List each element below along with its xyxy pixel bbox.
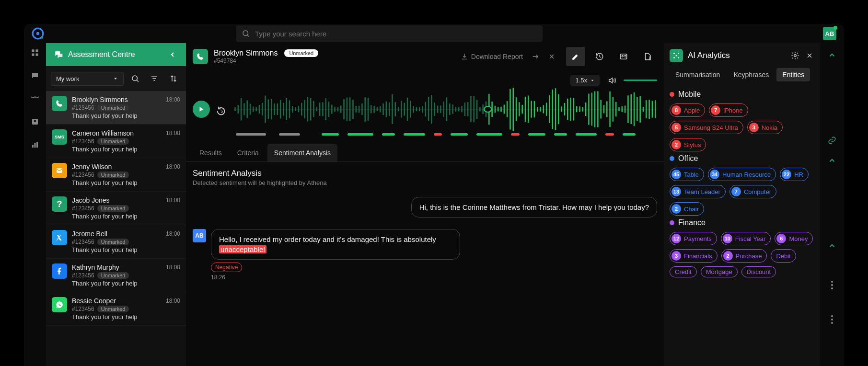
entity-chip[interactable]: 8Apple <box>670 103 705 117</box>
nav-contacts-icon[interactable] <box>29 116 41 127</box>
user-avatar[interactable]: AB <box>823 27 836 40</box>
chevron-down-icon <box>590 78 595 83</box>
entity-chip[interactable]: 34Human Resource <box>708 168 776 181</box>
chip-label: Purchase <box>736 252 762 260</box>
entity-chip[interactable]: 3Financials <box>670 249 718 263</box>
sidebar-filter-button[interactable] <box>147 71 162 86</box>
section-dot-icon <box>670 220 674 225</box>
app-logo[interactable] <box>32 27 44 40</box>
entity-chip[interactable]: 2Purchase <box>721 249 767 263</box>
entity-chip[interactable]: Mortgage <box>701 266 738 277</box>
item-name: Bessie Cooper <box>72 297 116 305</box>
nav-rail <box>24 43 46 366</box>
list-item[interactable]: SMS Cameron Williamson18:00 #123456Unmar… <box>46 125 186 158</box>
ai-tab-entities[interactable]: Entities <box>776 68 810 81</box>
item-id: #123456 <box>72 239 94 245</box>
volume-slider[interactable] <box>624 80 657 81</box>
chip-label: Credit <box>675 268 692 275</box>
ai-analytics-panel: AI Analytics SummarisationKeyphrasesEnti… <box>664 43 820 366</box>
item-status: Unmarked <box>97 172 129 178</box>
link-icon[interactable] <box>826 134 838 147</box>
entity-chip[interactable]: 2Chair <box>670 202 704 216</box>
entity-chip[interactable]: Debit <box>771 249 796 263</box>
svg-point-179 <box>831 287 833 289</box>
svg-rect-13 <box>36 142 38 148</box>
entity-chip[interactable]: 3Nokia <box>747 121 783 134</box>
chip-count: 12 <box>671 234 681 243</box>
list-item[interactable]: Bessie Cooper18:00 #123456Unmarked Thank… <box>46 292 186 326</box>
item-id: #123456 <box>72 272 94 279</box>
contact-card-button[interactable] <box>614 47 633 66</box>
item-id: #123456 <box>72 306 94 312</box>
skip-back-button[interactable]: 5 <box>217 105 227 114</box>
tab-criteria[interactable]: Criteria <box>231 144 266 161</box>
sidebar-title: Assessment Centre <box>68 50 162 59</box>
list-item[interactable]: Jerome Bell18:00 #123456Unmarked Thank y… <box>46 225 186 259</box>
item-id: #123456 <box>72 172 94 178</box>
nav-chat-icon[interactable] <box>29 70 41 81</box>
entity-chip[interactable]: Credit <box>670 266 697 277</box>
entity-section-title: Finance <box>678 218 706 227</box>
ai-close-button[interactable] <box>805 51 814 60</box>
tab-results[interactable]: Results <box>193 144 229 161</box>
history-button[interactable] <box>590 47 609 66</box>
download-report-button[interactable]: Download Report <box>461 53 523 60</box>
close-button[interactable] <box>548 53 556 60</box>
list-item[interactable]: Kathryn Murphy18:00 #123456Unmarked Than… <box>46 259 186 292</box>
ai-tab-summarisation[interactable]: Summarisation <box>670 68 726 81</box>
chip-count: 5 <box>671 123 681 132</box>
playback-speed-dropdown[interactable]: 1.5x <box>570 75 600 86</box>
export-button[interactable] <box>638 47 657 66</box>
collapse-button[interactable] <box>532 53 539 60</box>
chip-count: 2 <box>671 204 681 214</box>
svg-point-170 <box>678 53 679 54</box>
search-input[interactable] <box>255 30 537 38</box>
sms-icon: SMS <box>52 129 67 145</box>
entity-chip[interactable]: 6Money <box>775 232 813 245</box>
entity-chip[interactable]: 45Table <box>670 168 704 181</box>
nav-reports-icon[interactable] <box>29 139 41 150</box>
item-name: Kathryn Murphy <box>72 263 119 271</box>
expand-up-icon[interactable] <box>826 49 838 61</box>
list-item[interactable]: Brooklyn Simmons18:00 #123456Unmarked Th… <box>46 91 186 125</box>
waveform[interactable] <box>234 88 657 131</box>
entity-chip[interactable]: 7Computer <box>729 185 776 198</box>
sidebar-collapse-button[interactable] <box>167 49 178 60</box>
svg-point-173 <box>676 55 677 57</box>
status-pill: Unmarked <box>284 49 318 57</box>
svg-point-2 <box>41 37 43 39</box>
entity-chip[interactable]: 5Samsung S24 Ultra <box>670 121 743 134</box>
expand-up-icon-2[interactable] <box>826 154 838 167</box>
ai-settings-button[interactable] <box>790 51 800 60</box>
list-item[interactable]: Jenny Wilson18:00 #123456Unmarked Thank … <box>46 158 186 192</box>
ai-tab-keyphrases[interactable]: Keyphrases <box>728 68 775 81</box>
play-button[interactable] <box>193 101 210 118</box>
chip-label: Fiscal Year <box>735 235 766 242</box>
item-time: 18:00 <box>166 163 180 170</box>
entity-chip[interactable]: 2Stylus <box>670 138 706 151</box>
list-item[interactable]: ? Jacob Jones18:00 #123456Unmarked Thank… <box>46 192 186 225</box>
entity-chip[interactable]: 13Team Leader <box>670 185 726 198</box>
nav-dashboard-icon[interactable] <box>29 47 41 58</box>
chat-bubbles-icon <box>54 50 63 59</box>
edit-button[interactable] <box>566 47 585 66</box>
more-icon[interactable] <box>826 279 838 291</box>
nav-mask-icon[interactable] <box>29 93 41 104</box>
sidebar-search-button[interactable] <box>127 71 143 86</box>
item-name: Brooklyn Simmons <box>72 96 128 103</box>
more-icon-2[interactable] <box>826 313 838 326</box>
entity-chip[interactable]: 12Payments <box>670 232 717 245</box>
entity-chip[interactable]: Discount <box>741 266 776 277</box>
chip-count: 2 <box>723 251 733 261</box>
tab-sentiment-analysis[interactable]: Sentiment Analysis <box>267 144 337 161</box>
entity-chip[interactable]: 10Fiscal Year <box>721 232 771 245</box>
expand-up-icon-3[interactable] <box>826 240 838 252</box>
item-time: 18:00 <box>166 130 180 137</box>
svg-rect-6 <box>36 49 38 52</box>
entity-chip[interactable]: 22HR <box>780 168 809 181</box>
entity-chip[interactable]: 7iPhone <box>709 103 748 117</box>
global-search[interactable] <box>236 25 543 42</box>
sidebar-sort-button[interactable] <box>166 71 181 86</box>
volume-icon[interactable] <box>607 76 616 85</box>
filter-dropdown[interactable]: My work <box>51 72 124 86</box>
